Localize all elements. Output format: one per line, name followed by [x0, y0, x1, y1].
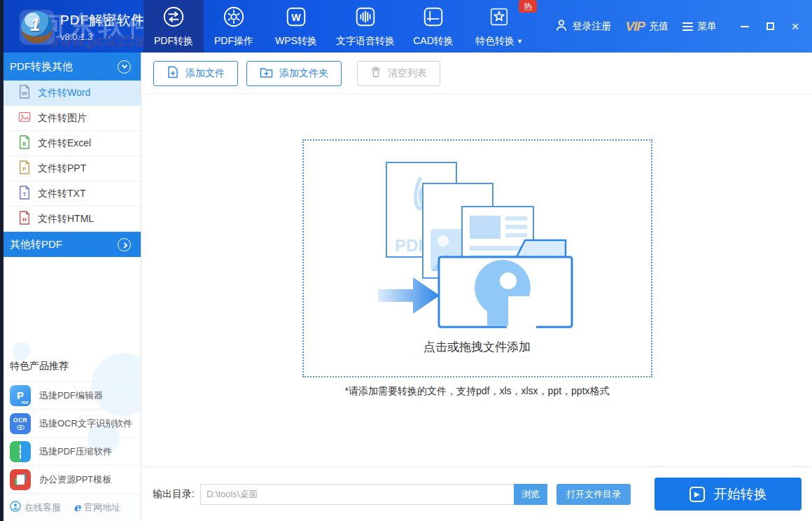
close-button[interactable]: × — [785, 17, 805, 36]
pdf-compressor-app-icon — [10, 441, 31, 462]
clear-list-button[interactable]: 清空列表 — [357, 61, 440, 86]
star-convert-icon — [487, 5, 511, 32]
audio-wave-icon — [354, 5, 377, 32]
sidebar-group-other-to-pdf[interactable]: 其他转PDF — [0, 232, 141, 257]
play-icon: ▶ — [690, 487, 705, 502]
cad-crosshair-icon — [421, 5, 445, 32]
svg-text:T: T — [23, 191, 27, 197]
txt-doc-icon: T — [18, 186, 31, 202]
open-directory-button[interactable]: 打开文件目录 — [556, 484, 631, 505]
add-file-button[interactable]: 添加文件 — [153, 61, 238, 86]
image-icon — [18, 110, 31, 126]
chevron-right-circle-icon — [118, 238, 131, 251]
globe-logo-icon: 1 — [21, 11, 53, 43]
sidebar-footer: 在线客服 e 官网地址 — [0, 493, 140, 521]
word-doc-icon: W — [18, 85, 31, 101]
browse-button[interactable]: 浏览 — [514, 484, 547, 505]
promo-ppt-templates[interactable]: 办公资源PPT模板 — [0, 465, 140, 493]
hot-badge: 热 — [519, 0, 537, 13]
official-site-link[interactable]: e 官网地址 — [74, 501, 120, 514]
sidebar-item-file-to-txt[interactable]: T 文件转TXT — [0, 181, 141, 207]
sidebar: PDF转换其他 W 文件转Word 文件转图片 E 文件转Excel — [0, 53, 141, 521]
ocr-app-icon: OCR — [10, 413, 31, 434]
tab-wps-convert[interactable]: W WPS转换 — [264, 0, 328, 53]
wps-w-icon: W — [284, 5, 308, 32]
svg-text:W: W — [22, 90, 27, 97]
dropzone-hint: *请添加需要转换的文件，支持pdf，xls，xlsx，ppt，pptx格式 — [142, 385, 812, 398]
tab-pdf-operate[interactable]: PDF操作 — [204, 0, 264, 53]
hamburger-icon — [682, 22, 693, 31]
online-support-link[interactable]: 在线客服 — [10, 501, 61, 514]
vip-recharge-link[interactable]: VIP 充值 — [625, 19, 668, 34]
swap-arrows-icon — [162, 5, 186, 32]
sidebar-item-file-to-image[interactable]: 文件转图片 — [0, 106, 141, 131]
app-version: v8.0.1.3 — [60, 32, 145, 42]
sidebar-item-file-to-html[interactable]: H 文件转HTML — [0, 207, 141, 232]
sidebar-group-pdf-convert-other[interactable]: PDF转换其他 — [0, 53, 141, 81]
add-file-icon — [167, 66, 179, 81]
chevron-down-icon: ▼ — [517, 38, 523, 45]
vip-icon: VIP — [625, 19, 645, 34]
file-toolbar: 添加文件 添加文件夹 清空列表 — [142, 53, 812, 95]
dropzone-illustration: PDF — [372, 159, 582, 334]
sidebar-item-file-to-excel[interactable]: E 文件转Excel — [0, 131, 141, 156]
output-dir-label: 输出目录: — [153, 488, 195, 501]
tab-pdf-convert[interactable]: PDF转换 — [144, 0, 204, 53]
app-logo: 1 — [20, 10, 55, 45]
output-bar: 输出目录: 浏览 打开文件目录 ▶ 开始转换 — [142, 466, 812, 521]
pdf-editor-app-icon: P PDF — [10, 385, 31, 406]
topbar: 河东软件园 www.pc0359.cn 1 PDF解密软件 v8.0.1.3 P… — [0, 0, 812, 53]
menu-button[interactable]: 菜单 — [682, 20, 717, 33]
sidebar-item-file-to-word[interactable]: W 文件转Word — [0, 81, 141, 106]
window-left-edge — [0, 0, 4, 521]
promo-pdf-editor[interactable]: P PDF 迅捷PDF编辑器 — [0, 381, 140, 409]
trash-icon — [370, 66, 382, 81]
browser-e-icon: e — [74, 502, 80, 513]
maximize-button[interactable] — [760, 17, 780, 36]
login-register-link[interactable]: 登录注册 — [555, 19, 611, 34]
tab-cad-convert[interactable]: CAD转换 — [402, 0, 464, 53]
tab-special-convert[interactable]: 热 特色转换▼ — [464, 0, 534, 53]
minimize-button[interactable] — [735, 17, 755, 36]
html-doc-icon: H — [18, 211, 31, 227]
svg-text:W: W — [291, 12, 301, 23]
file-dropzone[interactable]: PDF 点击或拖拽文件添加 — [302, 139, 652, 377]
app-title: PDF解密软件 — [60, 11, 145, 29]
output-path-input[interactable] — [200, 484, 514, 505]
gear-icon — [222, 5, 246, 32]
customer-service-icon — [10, 501, 21, 514]
excel-doc-icon: E — [18, 135, 31, 151]
ppt-doc-icon: P — [18, 160, 31, 176]
svg-text:E: E — [22, 141, 27, 147]
user-icon — [555, 19, 568, 34]
promo-pdf-compressor[interactable]: 迅捷PDF压缩软件 — [0, 437, 140, 465]
promo-ocr-software[interactable]: OCR 迅捷OCR文字识别软件 — [0, 409, 140, 437]
sidebar-item-file-to-ppt[interactable]: P 文件转PPT — [0, 156, 141, 181]
main-nav: PDF转换 PDF操作 W WPS转换 — [144, 0, 534, 53]
dropzone-prompt: 点击或拖拽文件添加 — [304, 339, 651, 355]
ppt-template-app-icon — [10, 469, 31, 490]
start-convert-button[interactable]: ▶ 开始转换 — [654, 478, 802, 510]
svg-text:H: H — [22, 216, 27, 223]
tab-text-speech-convert[interactable]: 文字语音转换 — [328, 0, 402, 53]
main-panel: 添加文件 添加文件夹 清空列表 — [142, 53, 812, 521]
add-folder-icon — [260, 67, 273, 81]
chevron-down-circle-icon — [118, 60, 131, 74]
app-brand: 1 PDF解密软件 v8.0.1.3 — [20, 10, 145, 45]
add-folder-button[interactable]: 添加文件夹 — [246, 61, 342, 86]
svg-text:P: P — [22, 166, 27, 172]
